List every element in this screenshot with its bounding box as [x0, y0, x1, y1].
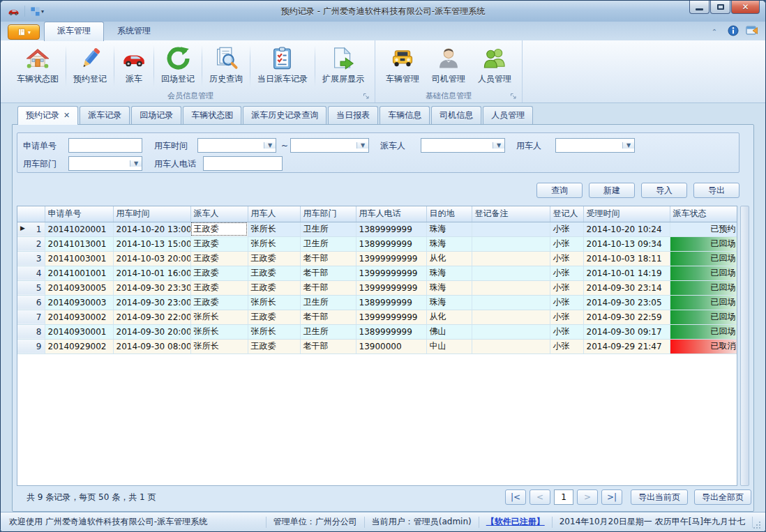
ribbon-button-vehicle-status[interactable]: 车辆状态图	[10, 43, 65, 90]
cell[interactable]: 20141003001	[45, 251, 113, 266]
export-button[interactable]: 导出	[693, 183, 739, 198]
dispatch-status-cell[interactable]: 已预约	[670, 222, 737, 236]
ribbon-button-return-register[interactable]: 回场登记	[155, 43, 201, 90]
cell[interactable]: 佛山	[426, 324, 472, 339]
cell[interactable]: 王政委	[190, 295, 248, 310]
cell[interactable]: 老干部	[300, 310, 356, 324]
cell[interactable]: 20140929002	[45, 339, 113, 354]
cell[interactable]: 王政委	[190, 222, 248, 236]
table-row[interactable]: 3201410030012014-10-03 20:00王政委王政委老干部139…	[17, 251, 737, 266]
chevron-down-icon[interactable]: ▼	[264, 142, 276, 149]
cell[interactable]: 1389999999	[356, 324, 426, 339]
cell[interactable]: 珠海	[426, 266, 472, 280]
chevron-down-icon[interactable]: ▼	[622, 142, 634, 149]
export-current-page-button[interactable]: 导出当前页	[631, 489, 688, 505]
cell[interactable]: 老干部	[300, 266, 356, 280]
row-marker[interactable]: 7	[17, 310, 45, 324]
cell[interactable]: 1389999999	[356, 295, 426, 310]
about-info-button[interactable]	[728, 25, 739, 38]
cell[interactable]: 小张	[550, 339, 583, 354]
cell[interactable]: 小张	[550, 236, 583, 251]
cell[interactable]: 王政委	[248, 310, 300, 324]
ribbon-tab-2[interactable]: 系统管理	[104, 22, 164, 40]
app-menu-button[interactable]: ▾	[8, 24, 40, 40]
row-marker[interactable]: 6	[17, 295, 45, 310]
cell[interactable]: 小张	[550, 266, 583, 280]
cell[interactable]: 张所长	[248, 324, 300, 339]
cell[interactable]: 20140930002	[45, 310, 113, 324]
close-button[interactable]: ✕	[731, 1, 760, 14]
dispatch-status-cell[interactable]: 已回场	[670, 295, 737, 310]
cell[interactable]: 2014-10-03 18:11	[583, 251, 670, 266]
column-header[interactable]: 登记人	[550, 206, 583, 222]
ribbon-button-vehicle-manage[interactable]: 车辆管理	[380, 43, 426, 90]
export-all-pages-button[interactable]: 导出全部页	[694, 489, 751, 505]
use-time-to-combo[interactable]: ▼	[290, 138, 369, 153]
row-marker[interactable]: 4	[17, 266, 45, 280]
column-header[interactable]: 派车状态	[670, 206, 737, 222]
cell[interactable]: 张所长	[190, 324, 248, 339]
new-button[interactable]: 新建	[589, 183, 635, 198]
cell[interactable]: 王政委	[248, 339, 300, 354]
cell[interactable]: 王政委	[190, 266, 248, 280]
cell[interactable]: 2014-09-30 08:00	[113, 339, 190, 354]
license-registered-link[interactable]: 【软件已注册】	[486, 516, 545, 528]
doc-tab-4[interactable]: 车辆状态图	[183, 106, 241, 124]
cell[interactable]: 2014-09-30 09:17	[583, 324, 670, 339]
dispatch-status-cell[interactable]: 已回场	[670, 236, 737, 251]
doc-tab-8[interactable]: 司机信息	[431, 106, 481, 124]
row-marker[interactable]: ▶1	[17, 222, 45, 236]
doc-tab-6[interactable]: 当日报表	[328, 106, 378, 124]
dialog-launcher-icon[interactable]	[362, 92, 370, 100]
row-marker[interactable]: 3	[17, 251, 45, 266]
cell[interactable]: 王政委	[248, 280, 300, 295]
doc-tab-2[interactable]: 派车记录	[80, 106, 130, 124]
table-row[interactable]: 6201409300032014-09-30 23:00王政委张所长卫生所138…	[17, 295, 737, 310]
cell[interactable]: 小张	[550, 310, 583, 324]
row-marker-header[interactable]	[17, 206, 45, 222]
import-button[interactable]: 导入	[641, 183, 687, 198]
cell[interactable]: 珠海	[426, 295, 472, 310]
cell[interactable]: 从化	[426, 310, 472, 324]
cell[interactable]	[472, 251, 550, 266]
cell[interactable]: 1389999999	[356, 236, 426, 251]
column-header[interactable]: 用车部门	[300, 206, 356, 222]
user-phone-input[interactable]	[203, 156, 283, 171]
column-header[interactable]: 受理时间	[583, 206, 670, 222]
cell[interactable]: 13999999999	[356, 266, 426, 280]
cell[interactable]	[472, 295, 550, 310]
cell[interactable]: 13999999999	[356, 310, 426, 324]
cell[interactable]: 2014-09-29 21:47	[583, 339, 670, 354]
cell[interactable]: 珠海	[426, 236, 472, 251]
prev-page-button[interactable]: <	[530, 489, 550, 505]
cell[interactable]: 张所长	[248, 295, 300, 310]
cell[interactable]: 2014-09-30 23:05	[583, 295, 670, 310]
query-button[interactable]: 查询	[536, 183, 583, 198]
cell[interactable]: 王政委	[190, 251, 248, 266]
cell[interactable]	[472, 222, 550, 236]
cell[interactable]: 1389999999	[356, 222, 426, 236]
cell[interactable]: 20141013001	[45, 236, 113, 251]
row-marker[interactable]: 2	[17, 236, 45, 251]
cell[interactable]: 卫生所	[300, 222, 356, 236]
ribbon-button-dispatch-car[interactable]: 派车	[115, 43, 153, 90]
cell[interactable]: 张所长	[248, 222, 300, 236]
dispatch-status-cell[interactable]: 已回场	[670, 251, 737, 266]
dialog-launcher-icon[interactable]	[509, 92, 518, 100]
column-header[interactable]: 登记备注	[472, 206, 550, 222]
minimize-button[interactable]	[689, 1, 709, 14]
cell[interactable]: 小张	[550, 324, 583, 339]
row-marker[interactable]: 5	[17, 280, 45, 295]
cell[interactable]: 卫生所	[300, 324, 356, 339]
page-number-input[interactable]	[554, 489, 573, 505]
column-header[interactable]: 申请单号	[45, 206, 113, 222]
cell[interactable]: 20140930003	[45, 295, 113, 310]
use-time-from-combo[interactable]: ▼	[197, 138, 276, 153]
doc-tab-5[interactable]: 派车历史记录查询	[243, 106, 326, 124]
cell[interactable]: 2014-09-30 23:14	[583, 280, 670, 295]
cell[interactable]: 2014-09-30 23:00	[113, 295, 190, 310]
cell[interactable]: 珠海	[426, 222, 472, 236]
cell[interactable]: 13999999999	[356, 280, 426, 295]
ribbon-button-reservation-register[interactable]: 预约登记	[67, 43, 113, 90]
doc-tab-3[interactable]: 回场记录	[131, 106, 181, 124]
